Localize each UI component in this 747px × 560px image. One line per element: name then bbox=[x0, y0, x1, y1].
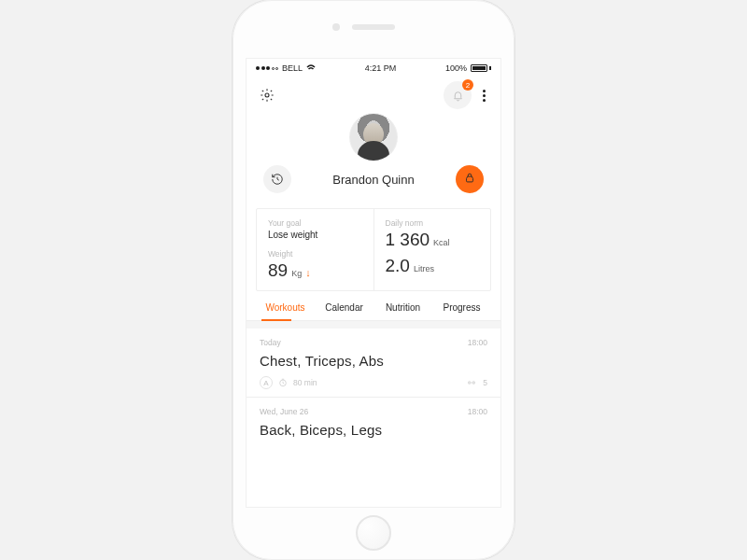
user-name: Brandon Quinn bbox=[332, 173, 414, 187]
goal-value: Lose weight bbox=[268, 230, 362, 240]
section-gap bbox=[247, 321, 500, 329]
home-button[interactable] bbox=[356, 515, 391, 551]
tabs: Workouts Calendar Nutrition Progress bbox=[247, 291, 500, 321]
phone-camera bbox=[332, 23, 340, 31]
notifications-button[interactable]: 2 bbox=[444, 81, 472, 109]
status-bar: BELL 4:21 PM 100% bbox=[247, 59, 500, 76]
workout-day: Wed, June 26 bbox=[260, 407, 308, 416]
weight-value: 89 Kg ↓ bbox=[268, 260, 362, 281]
weight-label: Weight bbox=[268, 249, 362, 259]
workout-sets: 5 bbox=[483, 378, 487, 387]
battery-icon bbox=[471, 64, 491, 72]
profile-section: Brandon Quinn bbox=[247, 109, 500, 203]
carrier-label: BELL bbox=[282, 63, 303, 73]
workout-title: Back, Biceps, Legs bbox=[260, 422, 487, 438]
tab-nutrition[interactable]: Nutrition bbox=[374, 302, 432, 320]
notification-badge: 2 bbox=[462, 79, 473, 91]
workout-time: 18:00 bbox=[468, 407, 487, 416]
workout-item[interactable]: Today 18:00 Chest, Triceps, Abs A 80 min… bbox=[247, 329, 500, 398]
stats-left: Your goal Lose weight Weight 89 Kg ↓ bbox=[257, 209, 374, 290]
clock-icon bbox=[278, 378, 288, 387]
trend-down-icon: ↓ bbox=[305, 267, 311, 278]
litres-value: 2.0 Litres bbox=[386, 256, 480, 276]
svg-point-0 bbox=[265, 93, 269, 97]
tab-workouts[interactable]: Workouts bbox=[256, 302, 315, 320]
norm-label: Daily norm bbox=[386, 218, 480, 228]
workout-item[interactable]: Wed, June 26 18:00 Back, Biceps, Legs bbox=[247, 398, 500, 453]
workout-duration: 80 min bbox=[293, 378, 317, 387]
settings-button[interactable] bbox=[260, 88, 275, 103]
wifi-icon bbox=[306, 64, 316, 72]
avatar[interactable] bbox=[349, 113, 398, 161]
signal-icon bbox=[256, 66, 278, 70]
kcal-value: 1 360 Kcal bbox=[386, 230, 480, 250]
stats-card: Your goal Lose weight Weight 89 Kg ↓ Dai… bbox=[256, 208, 491, 291]
level-badge: A bbox=[260, 376, 273, 389]
dumbbell-icon bbox=[466, 378, 477, 387]
phone-speaker bbox=[352, 24, 395, 30]
goal-label: Your goal bbox=[268, 218, 362, 228]
workout-day: Today bbox=[260, 338, 281, 347]
history-button[interactable] bbox=[263, 165, 291, 193]
clock-label: 4:21 PM bbox=[365, 63, 397, 73]
workout-title: Chest, Triceps, Abs bbox=[260, 353, 487, 369]
app-screen: BELL 4:21 PM 100% 2 bbox=[246, 58, 501, 508]
workout-time: 18:00 bbox=[468, 338, 487, 347]
more-menu-button[interactable] bbox=[481, 88, 487, 104]
tab-calendar[interactable]: Calendar bbox=[315, 302, 374, 320]
battery-percent: 100% bbox=[445, 63, 467, 73]
stats-right: Daily norm 1 360 Kcal 2.0 Litres bbox=[374, 209, 491, 290]
tab-progress[interactable]: Progress bbox=[432, 302, 491, 320]
phone-frame: BELL 4:21 PM 100% 2 bbox=[233, 0, 514, 560]
primary-action-button[interactable] bbox=[456, 165, 484, 193]
